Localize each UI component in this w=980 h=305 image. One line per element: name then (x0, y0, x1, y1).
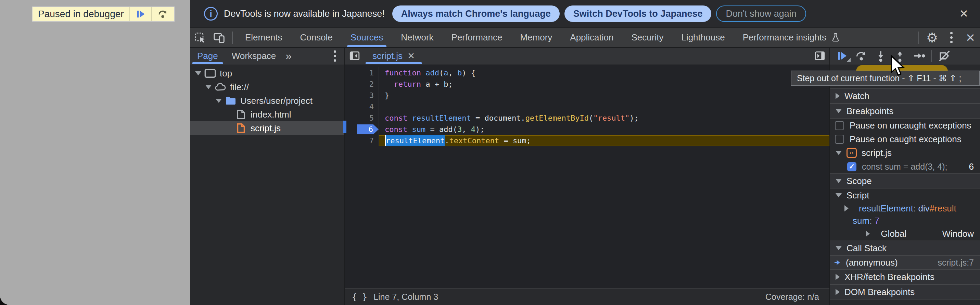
checkbox[interactable]: ✓ (847, 162, 856, 171)
tab-console[interactable]: Console (291, 28, 341, 47)
tree-item-users-user-project[interactable]: Users/user/project (190, 94, 344, 108)
scope-variable-resultelement[interactable]: resultElement: div#result (830, 202, 980, 214)
match-chrome-language-button[interactable]: Always match Chrome's language (392, 5, 560, 22)
section-watch[interactable]: Watch (830, 88, 980, 104)
kebab-icon (334, 50, 336, 62)
breakpoint-entry[interactable]: ✓const sum = add(3, 4);6 (830, 160, 980, 173)
resume-script-button[interactable] (129, 7, 151, 21)
debugger-sections: WatchBreakpointsPause on uncaught except… (830, 88, 980, 300)
triangle-right-icon (835, 274, 840, 280)
scope-variable-sum[interactable]: sum: 7 (830, 214, 980, 227)
section-breakpoints[interactable]: Breakpoints (830, 104, 980, 118)
line-number[interactable]: 3 (345, 90, 379, 101)
active-frame-arrow-icon (834, 259, 842, 267)
breakpoint-marker[interactable]: 6 (357, 125, 379, 134)
checkbox-label: Pause on caught exceptions (850, 134, 961, 145)
more-tabs-button[interactable]: » (283, 50, 294, 62)
scope-group-global[interactable]: GlobalWindow (830, 227, 980, 241)
variable-value: 7 (875, 216, 879, 226)
navigator-pane: Page Workspace » topfile://Users/user/pr… (190, 48, 344, 305)
code-token: getElementById (525, 112, 589, 124)
toggle-device-toolbar-button[interactable] (210, 30, 228, 45)
section-call-stack[interactable]: Call Stack (830, 241, 980, 255)
line-number[interactable]: 5 (345, 112, 379, 124)
dont-show-again-button[interactable]: Don't show again (716, 5, 806, 22)
tab-sources[interactable]: Sources (342, 28, 392, 47)
section-label: Scope (846, 176, 872, 187)
line-number[interactable]: 7 (345, 135, 379, 146)
navigator-menu-button[interactable] (326, 48, 344, 63)
file-js-icon (234, 123, 248, 133)
resume-button[interactable] (834, 48, 851, 63)
hide-debugger-button[interactable] (811, 48, 829, 63)
navigator-tabstrip: Page Workspace » (190, 48, 344, 64)
tab-label: Console (300, 32, 332, 43)
folder-icon (224, 96, 237, 105)
tab-page[interactable]: Page (190, 48, 225, 64)
divider-grip[interactable] (343, 121, 347, 133)
gear-icon: ⚙ (926, 30, 938, 45)
tab-memory[interactable]: Memory (511, 28, 561, 47)
line-number[interactable]: 2 (345, 78, 379, 90)
checkbox[interactable] (835, 121, 844, 130)
code-token: "result" (593, 112, 630, 124)
hide-navigator-button[interactable] (346, 48, 364, 63)
close-icon: ✕ (959, 8, 968, 20)
customize-devtools-button[interactable] (942, 30, 960, 45)
checkbox[interactable] (835, 135, 844, 144)
tab-performance[interactable]: Performance (442, 28, 511, 47)
tab-security[interactable]: Security (623, 28, 673, 47)
line-number[interactable]: 1 (345, 67, 379, 78)
switch-devtools-japanese-button[interactable]: Switch DevTools to Japanese (565, 5, 712, 22)
section-scope[interactable]: Scope (830, 173, 980, 188)
code-token: ( (439, 67, 444, 78)
step-into-button[interactable] (872, 48, 889, 63)
step-button[interactable] (910, 48, 928, 63)
deactivate-breakpoints-icon (938, 50, 951, 62)
tab-network[interactable]: Network (392, 28, 442, 47)
breakpoint-group[interactable]: ‹›script.js (830, 146, 980, 160)
tree-item-script-js[interactable]: script.js (190, 121, 344, 135)
settings-button[interactable]: ⚙ (923, 30, 941, 45)
tab-label: Application (570, 32, 613, 43)
paused-badge-label: Paused in debugger (32, 7, 129, 21)
evaluated-token: resultElement (385, 135, 445, 146)
pretty-print-icon[interactable]: { } (352, 292, 367, 302)
code-token (407, 124, 412, 135)
triangle-right-icon (835, 93, 840, 99)
callstack-frame[interactable]: (anonymous)script.js:7 (830, 255, 980, 269)
infobar-close-button[interactable]: ✕ (956, 7, 972, 20)
code-token: a (444, 67, 448, 78)
triangle-down-icon (216, 99, 222, 103)
deactivate-breakpoints-button[interactable] (935, 48, 953, 63)
section-label: Call Stack (846, 243, 886, 254)
editor-tab-scriptjs[interactable]: script.js ✕ (364, 48, 423, 64)
code-line: 5const resultElement = document.getEleme… (345, 112, 829, 124)
tab-application[interactable]: Application (561, 28, 622, 47)
tree-item-index-html[interactable]: index.html (190, 108, 344, 121)
step-over-button[interactable] (151, 7, 174, 21)
triangle-down-icon (835, 151, 842, 155)
tab-performance-insights[interactable]: Performance insights (734, 28, 850, 47)
tree-item-top[interactable]: top (190, 67, 344, 80)
tab-lighthouse[interactable]: Lighthouse (672, 28, 733, 47)
tab-elements[interactable]: Elements (236, 28, 291, 47)
scope-group-label: Global (881, 228, 907, 239)
section-xhr-fetch-breakpoints[interactable]: XHR/fetch Breakpoints (830, 269, 980, 284)
inspect-element-button[interactable] (191, 30, 209, 45)
step-over-button[interactable] (853, 48, 870, 63)
close-devtools-button[interactable]: ✕ (961, 30, 979, 45)
tab-workspace[interactable]: Workspace (225, 48, 283, 64)
close-icon[interactable]: ✕ (407, 51, 415, 61)
section-dom-breakpoints[interactable]: DOM Breakpoints (830, 284, 980, 300)
tree-item-file-[interactable]: file:// (190, 80, 344, 94)
code-token: sum (412, 124, 425, 135)
line-number[interactable]: 6 (345, 124, 379, 135)
code-editor[interactable]: 1function add(a, b) {2 return a + b;3}45… (345, 64, 829, 288)
line-number[interactable]: 4 (345, 101, 379, 112)
triangle-down-icon (205, 85, 212, 89)
code-line: 7resultElement.textContent = sum; (345, 135, 829, 146)
scope-group-script[interactable]: Script (830, 188, 980, 202)
tab-label: Lighthouse (681, 32, 725, 43)
code-line: 3} (345, 90, 829, 101)
